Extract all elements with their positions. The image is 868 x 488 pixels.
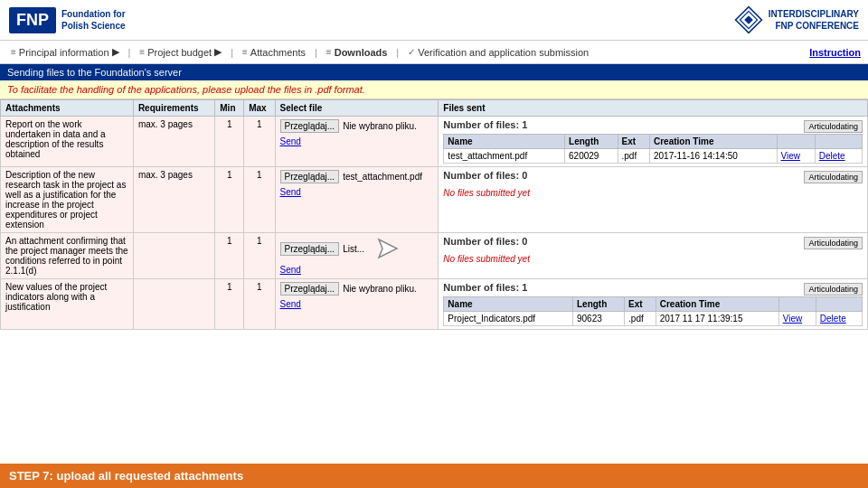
max-4: 1	[244, 279, 275, 330]
nav-sep-2: |	[231, 47, 233, 58]
content-area: Attachments Requirements Min Max Select …	[0, 99, 868, 488]
view-link-1-0[interactable]: View	[781, 151, 801, 161]
action-btn-3[interactable]: Articulodating	[804, 237, 863, 249]
send-link-1[interactable]: Send	[280, 136, 434, 146]
file-cell-2: Przeglądaj... test_attachment.pdf	[280, 170, 434, 183]
inner-col-view	[777, 135, 815, 149]
nav-icon-verification: ✓	[408, 47, 415, 57]
file-select-3: Przeglądaj... List... Send	[275, 233, 439, 279]
send-link-2[interactable]: Send	[280, 187, 434, 197]
inner-col-ext: Ext	[618, 135, 649, 149]
blue-banner: Sending files to the Foundation's server	[0, 64, 868, 80]
col-requirements: Requirements	[133, 100, 214, 117]
send-link-4[interactable]: Send	[280, 299, 434, 309]
file-row-4-0: Project_Indicators.pdf 90623 .pdf 2017 1…	[444, 312, 863, 326]
footer-text: STEP 7: upload all requested attachments	[9, 469, 243, 483]
svg-marker-3	[379, 239, 397, 258]
nav-label-downloads: Downloads	[335, 47, 388, 58]
delete-link-4-0[interactable]: Delete	[820, 314, 846, 324]
file-selected-3: List...	[343, 244, 364, 254]
nav-label-attachments: Attachments	[250, 47, 306, 58]
col-max: Max	[244, 100, 275, 117]
browse-btn-2[interactable]: Przeglądaj...	[280, 170, 340, 183]
browse-btn-1[interactable]: Przeglądaj...	[280, 119, 340, 133]
instruction-link[interactable]: Instruction	[809, 47, 861, 58]
nav-label-verification: Verification and application submission	[418, 47, 589, 58]
nav-sep-1: |	[128, 47, 131, 58]
file-cell-3: Przeglądaj... List...	[280, 236, 434, 261]
table-row: Report on the work undertaken in data an…	[1, 117, 868, 167]
nav-arrow-budget: ▶	[214, 46, 222, 58]
inner-col-created-4: Creation Time	[656, 297, 778, 312]
svg-marker-2	[744, 15, 753, 24]
nav-sep-3: |	[315, 47, 317, 58]
inner-col-delete	[815, 135, 862, 149]
no-files-3: No files submitted yet	[443, 254, 863, 264]
table-row: New values of the project indicators alo…	[1, 279, 868, 330]
col-files-sent: Files sent	[439, 100, 868, 117]
conf-logo-text: INTERDISCIPLINARY FNP CONFERENCE	[769, 8, 859, 32]
logo-left: FNP Foundation forPolish Science	[9, 7, 126, 33]
browse-btn-3[interactable]: Przeglądaj...	[280, 242, 340, 256]
file-selected-2: test_attachment.pdf	[343, 172, 422, 182]
nav-principal-information[interactable]: ≡ Principal information ▶	[7, 44, 123, 60]
inner-col-ext-4: Ext	[625, 297, 656, 312]
files-sent-2: Number of files: 0 Articulodating No fil…	[439, 167, 868, 233]
footer: STEP 7: upload all requested attachments	[0, 464, 868, 488]
file-length-4-0: 90623	[572, 312, 624, 326]
file-cell-1: Przeglądaj... Nie wybrano pliku.	[280, 119, 434, 133]
nav-arrow-principal: ▶	[112, 46, 119, 58]
table-row: Description of the new research task in …	[1, 167, 868, 233]
min-1: 1	[215, 117, 244, 167]
attachment-text-2: Description of the new research task in …	[1, 167, 134, 233]
inner-table-1: Name Length Ext Creation Time test_attac…	[443, 134, 863, 164]
requirements-2: max. 3 pages	[133, 167, 214, 233]
nav-verification[interactable]: ✓ Verification and application submissio…	[404, 45, 592, 60]
file-length-1-0: 620029	[565, 149, 618, 164]
requirements-3	[133, 233, 214, 279]
file-count-1: Number of files: 1	[443, 119, 527, 130]
min-3: 1	[215, 233, 244, 279]
files-sent-3: Number of files: 0 Articulodating No fil…	[439, 233, 868, 279]
main-table: Attachments Requirements Min Max Select …	[0, 99, 868, 330]
file-name-1-0: test_attachment.pdf	[444, 149, 565, 164]
table-row: An attachment confirming that the projec…	[1, 233, 868, 279]
requirements-1: max. 3 pages	[133, 117, 214, 167]
inner-col-length-4: Length	[572, 297, 624, 312]
send-link-3[interactable]: Send	[280, 265, 434, 275]
logo-right: INTERDISCIPLINARY FNP CONFERENCE	[734, 5, 859, 34]
info-banner: To facilitate the handling of the applic…	[0, 80, 868, 99]
nav-label-principal: Principal information	[19, 47, 109, 58]
action-btn-4[interactable]: Articulodating	[804, 283, 863, 296]
max-3: 1	[244, 233, 275, 279]
header: FNP Foundation forPolish Science INTERDI…	[0, 0, 868, 41]
nav-project-budget[interactable]: ≡ Project budget ▶	[136, 44, 225, 60]
nav-label-budget: Project budget	[147, 47, 212, 58]
nav-bar: ≡ Principal information ▶ | ≡ Project bu…	[0, 41, 868, 64]
max-1: 1	[244, 117, 275, 167]
file-selected-1: Nie wybrano pliku.	[343, 121, 417, 131]
nav-icon-budget: ≡	[139, 47, 145, 57]
file-count-3: Number of files: 0	[443, 236, 527, 247]
file-name-4-0: Project_Indicators.pdf	[444, 312, 573, 326]
fnp-logo: FNP	[9, 7, 56, 33]
min-4: 1	[215, 279, 244, 330]
file-row-1-0: test_attachment.pdf 620029 .pdf 2017-11-…	[444, 149, 863, 164]
nav-attachments[interactable]: ≡ Attachments	[239, 45, 309, 60]
delete-link-1-0[interactable]: Delete	[819, 151, 845, 161]
nav-icon-downloads: ≡	[326, 47, 332, 57]
file-ext-4-0: .pdf	[625, 312, 656, 326]
cursor-arrow-icon	[375, 236, 401, 261]
action-btn-1[interactable]: Articulodating	[804, 120, 863, 133]
col-min: Min	[215, 100, 244, 117]
action-btn-2[interactable]: Articulodating	[804, 171, 863, 183]
nav-downloads[interactable]: ≡ Downloads	[323, 45, 392, 60]
file-selected-4: Nie wybrano pliku.	[343, 284, 417, 294]
file-select-4: Przeglądaj... Nie wybrano pliku. Send	[275, 279, 439, 330]
view-link-4-0[interactable]: View	[783, 314, 803, 324]
browse-btn-4[interactable]: Przeglądaj...	[280, 282, 340, 296]
file-select-2: Przeglądaj... test_attachment.pdf Send	[275, 167, 439, 233]
no-files-2: No files submitted yet	[443, 188, 863, 198]
file-select-1: Przeglądaj... Nie wybrano pliku. Send	[275, 117, 439, 167]
files-sent-1: Number of files: 1 Articulodating Name L…	[439, 117, 868, 167]
